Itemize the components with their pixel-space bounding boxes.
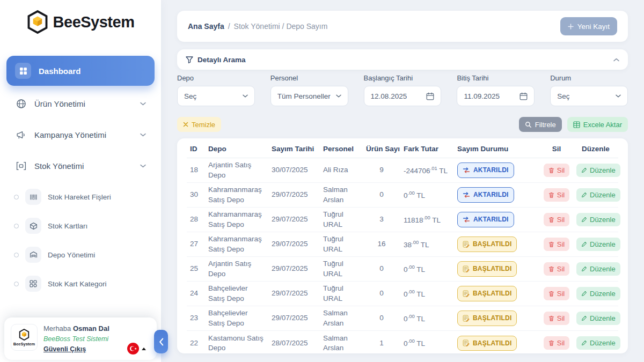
- trash-icon: [548, 217, 554, 223]
- start-date-input[interactable]: 12.08.2025: [364, 86, 442, 106]
- excel-export-button[interactable]: Excele Aktar: [567, 117, 628, 132]
- delete-button[interactable]: Sil: [544, 336, 569, 350]
- plus-icon: [568, 24, 574, 29]
- sidebar-item-stok-kartlari[interactable]: Stok Kartları: [14, 211, 155, 240]
- personel-select[interactable]: Tüm Personeller: [270, 86, 348, 106]
- nav-label: Stok Yönetimi: [34, 161, 84, 171]
- delete-button[interactable]: Sil: [544, 188, 569, 202]
- sidebar-item-stok-yonetimi[interactable]: Stok Yönetimi: [6, 150, 155, 181]
- edit-button[interactable]: Düzenle: [576, 312, 620, 325]
- status-badge: BAŞLATILDI: [457, 286, 517, 301]
- end-date-input[interactable]: 11.09.2025: [457, 86, 535, 106]
- transfer-icon: [463, 217, 470, 223]
- bullet-icon: [14, 282, 19, 286]
- cell-personel: Tuğrul URAL: [320, 232, 363, 257]
- filter-button[interactable]: Filtrele: [519, 117, 562, 132]
- main-content: Ana Sayfa / Stok Yönetimi / Depo Sayım Y…: [161, 0, 644, 362]
- edit-button[interactable]: Düzenle: [576, 262, 620, 276]
- col-depo: Depo: [205, 139, 268, 158]
- cell-fark-tutar: 0.00 TL: [400, 331, 454, 354]
- edit-button[interactable]: Düzenle: [576, 287, 620, 300]
- trash-icon: [548, 192, 554, 198]
- delete-button[interactable]: Sil: [544, 287, 569, 300]
- sidebar-item-depo-yonetimi[interactable]: Depo Yönetimi: [14, 240, 155, 269]
- category-icon: [25, 276, 41, 292]
- filter-fields: Depo Seç Personel Tüm Personeller Başlan…: [177, 74, 628, 106]
- breadcrumb-bar: Ana Sayfa / Stok Yönetimi / Depo Sayım Y…: [177, 11, 628, 42]
- sidebar-item-dashboard[interactable]: Dashboard: [6, 56, 155, 86]
- transfer-icon: [463, 167, 470, 173]
- sidebar-item-kampanya-yonetimi[interactable]: Kampanya Yönetimi: [6, 119, 155, 150]
- user-name: Osman Dal: [73, 324, 109, 333]
- status-badge: BAŞLATILDI: [457, 261, 517, 276]
- col-urun-sayi: Ürün Sayı: [363, 139, 400, 158]
- field-label: Depo: [177, 74, 255, 82]
- delete-button[interactable]: Sil: [544, 312, 569, 325]
- filter-field-durum: Durum Seç: [550, 74, 628, 106]
- edit-button[interactable]: Düzenle: [576, 213, 620, 226]
- search-icon: [525, 121, 532, 128]
- delete-button[interactable]: Sil: [544, 213, 569, 226]
- cell-sayim-durumu: BAŞLATILDI: [454, 257, 540, 282]
- cell-depo: Kahramanmaraş Satış Depo: [205, 208, 268, 232]
- cell-sil: Sil: [540, 208, 573, 232]
- sidebar-item-stok-hareket-fisleri[interactable]: Stok Hareket Fişleri: [14, 182, 155, 211]
- cell-fark-tutar: 38.00 TL: [400, 232, 454, 257]
- table-row: 18 Arjantin Satış Depo 30/07/2025 Ali Rı…: [187, 158, 618, 183]
- table-row: 22 Kastamonu Satış Depo 28/07/2025 Salma…: [187, 331, 618, 354]
- delete-button[interactable]: Sil: [544, 238, 569, 251]
- edit-button[interactable]: Düzenle: [576, 188, 620, 202]
- sub-label: Stok Hareket Fişleri: [48, 193, 111, 201]
- cell-sil: Sil: [540, 183, 573, 208]
- cell-personel: Tuğrul URAL: [320, 208, 363, 232]
- status-badge: BAŞLATILDI: [457, 336, 517, 351]
- breadcrumb-trail: Stok Yönetimi / Depo Sayım: [234, 22, 328, 31]
- cell-urun-sayi: 0: [363, 183, 400, 208]
- durum-select[interactable]: Seç: [550, 86, 628, 106]
- excel-icon: [573, 121, 580, 128]
- new-record-button[interactable]: Yeni Kayıt: [560, 17, 617, 35]
- cube-icon: [25, 218, 41, 234]
- filter-field-personel: Personel Tüm Personeller: [270, 74, 348, 106]
- delete-button[interactable]: Sil: [544, 164, 569, 177]
- chevron-up-icon[interactable]: [613, 58, 619, 62]
- field-label: Durum: [550, 74, 628, 82]
- table-row: 28 Kahramanmaraş Satış Depo 29/07/2025 T…: [187, 208, 618, 232]
- delete-button[interactable]: Sil: [544, 262, 569, 276]
- trash-icon: [548, 315, 554, 322]
- edit-button[interactable]: Düzenle: [576, 336, 620, 350]
- field-label: Bitiş Tarihi: [457, 74, 535, 82]
- filter-panel-header[interactable]: Detaylı Arama: [177, 49, 628, 70]
- logout-link[interactable]: Güvenli Çıkış: [43, 344, 86, 354]
- table-header-row: ID Depo Sayım Tarihi Personel Ürün Sayı …: [187, 139, 618, 158]
- cell-id: 28: [187, 208, 205, 232]
- chevron-down-icon: [243, 94, 248, 98]
- trash-icon: [548, 291, 554, 297]
- cell-duzenle: Düzenle: [573, 306, 618, 331]
- sidebar-item-stok-kart-kategori[interactable]: Stok Kart Kategori: [14, 269, 155, 298]
- caret-up-icon: [142, 348, 146, 350]
- cell-personel: Ali Rıza: [320, 158, 363, 183]
- cell-sayim-tarihi: 29/07/2025: [268, 257, 320, 282]
- cell-id: 25: [187, 257, 205, 282]
- cell-sil: Sil: [540, 331, 573, 354]
- cell-urun-sayi: 9: [363, 158, 400, 183]
- depo-select[interactable]: Seç: [177, 86, 255, 106]
- barcode-icon: [25, 189, 41, 205]
- cell-sayim-durumu: AKTARILDI: [454, 183, 540, 208]
- breadcrumb-home-link[interactable]: Ana Sayfa: [188, 22, 224, 31]
- pencil-icon: [581, 340, 587, 346]
- brand[interactable]: BeeSystem: [0, 0, 161, 35]
- edit-button[interactable]: Düzenle: [576, 164, 620, 177]
- bullet-icon: [14, 253, 19, 257]
- language-selector[interactable]: ★: [127, 343, 146, 354]
- cell-depo: Arjantin Satış Depo: [205, 257, 268, 282]
- cell-duzenle: Düzenle: [573, 208, 618, 232]
- cell-sil: Sil: [540, 306, 573, 331]
- cell-personel: Salman Arslan: [320, 183, 363, 208]
- clear-filters-button[interactable]: Temizle: [177, 117, 221, 132]
- table-row: 23 Bahçelievler Satış Depo 29/07/2025 Sa…: [187, 306, 618, 331]
- sidebar-item-urun-yonetimi[interactable]: Ürün Yönetimi: [6, 88, 155, 119]
- edit-button[interactable]: Düzenle: [576, 238, 620, 251]
- sidebar-collapse-button[interactable]: [154, 330, 168, 353]
